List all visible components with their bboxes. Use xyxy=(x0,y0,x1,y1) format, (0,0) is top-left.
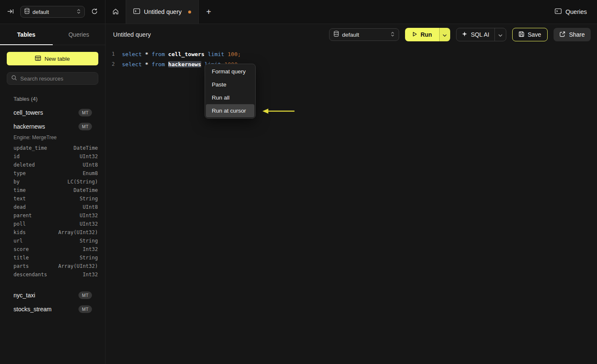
home-button[interactable] xyxy=(105,0,126,24)
sidebar-content: New table Tables (4) cell_towers MT hack… xyxy=(0,45,105,323)
code-token xyxy=(201,61,205,67)
context-menu-item[interactable]: Run all xyxy=(206,91,254,104)
context-menu-item[interactable]: Run at cursor xyxy=(206,104,254,117)
column-type: UInt32 xyxy=(80,154,98,159)
column-type: UInt32 xyxy=(80,213,98,218)
tables-section-label: Tables (4) xyxy=(7,96,98,102)
column-row: parent UInt32 xyxy=(7,211,98,220)
search-icon xyxy=(11,75,17,82)
sidebar-tab-queries[interactable]: Queries xyxy=(53,24,105,45)
column-name: kids xyxy=(14,229,26,235)
main-header: Untitled query default xyxy=(105,24,597,45)
search-input[interactable] xyxy=(20,75,95,82)
context-menu-item[interactable]: Paste xyxy=(206,78,254,91)
table-row-cell-towers[interactable]: cell_towers MT xyxy=(7,105,98,119)
column-name: dead xyxy=(14,204,26,210)
sql-ai-label: SQL AI xyxy=(471,31,489,38)
code-token: hackernews xyxy=(168,61,201,67)
topbar: default Untitled query xyxy=(0,0,597,24)
code-token xyxy=(205,51,208,57)
sql-editor[interactable]: 1 select * from cell_towers limit 100; 2… xyxy=(105,45,597,364)
share-button-label: Share xyxy=(569,31,585,38)
code-token xyxy=(165,51,168,57)
sql-ai-options-button[interactable] xyxy=(494,28,506,41)
editor-line-1: 1 select * from cell_towers limit 100; xyxy=(105,49,597,59)
new-tab-button[interactable]: + xyxy=(199,0,218,24)
database-icon xyxy=(334,31,339,38)
column-name: parts xyxy=(14,263,29,269)
column-name: url xyxy=(14,238,23,244)
column-type: Int32 xyxy=(83,246,98,252)
line-number: 1 xyxy=(105,51,115,57)
chevron-updown-icon xyxy=(77,8,81,16)
column-row: title String xyxy=(7,253,98,262)
save-button[interactable]: Save xyxy=(512,28,548,41)
run-button[interactable]: Run xyxy=(405,28,439,41)
column-name: title xyxy=(14,255,29,261)
code-token: limit xyxy=(208,51,224,57)
sidebar-collapse-icon xyxy=(7,8,14,16)
database-icon xyxy=(24,8,30,16)
query-database-select[interactable]: default xyxy=(329,28,399,41)
code-token: cell_towers xyxy=(168,51,205,57)
topbar-left: default xyxy=(0,0,105,24)
table-name: nyc_taxi xyxy=(14,292,35,299)
column-type: Array(UInt32) xyxy=(58,229,98,235)
engine-badge: MT xyxy=(78,123,92,130)
query-database-value: default xyxy=(342,32,387,38)
column-type: String xyxy=(80,255,98,261)
main-area: Untitled query default xyxy=(105,24,597,364)
column-type: Int32 xyxy=(83,272,98,278)
column-name: descendants xyxy=(14,272,47,278)
table-row-stocks-stream[interactable]: stocks_stream MT xyxy=(7,302,98,316)
column-row: kids Array(UInt32) xyxy=(7,228,98,237)
column-name: by xyxy=(14,179,19,185)
table-row-nyc-taxi[interactable]: nyc_taxi MT xyxy=(7,288,98,302)
run-options-button[interactable] xyxy=(439,28,450,41)
column-row: deleted UInt8 xyxy=(7,161,98,169)
tab-untitled-query[interactable]: Untitled query xyxy=(126,0,199,24)
new-table-label: New table xyxy=(44,56,70,62)
column-list: update_time DateTime id UInt32 deleted U… xyxy=(7,144,98,282)
engine-badge: MT xyxy=(78,305,92,313)
column-name: update_time xyxy=(14,145,47,151)
column-row: update_time DateTime xyxy=(7,144,98,152)
table-grid-icon xyxy=(35,56,41,62)
column-name: score xyxy=(14,246,29,252)
sidebar-tabs: Tables Queries xyxy=(0,24,105,45)
column-row: by LC(String) xyxy=(7,178,98,186)
code-token: * xyxy=(145,61,149,67)
column-type: Array(UInt32) xyxy=(58,263,98,269)
sidebar-tab-tables[interactable]: Tables xyxy=(0,24,53,45)
share-button[interactable]: Share xyxy=(554,28,591,41)
code-token: 100 xyxy=(227,51,237,57)
table-row-hackernews[interactable]: hackernews MT xyxy=(7,119,98,133)
column-name: deleted xyxy=(14,162,35,168)
queries-button[interactable]: Queries xyxy=(555,8,587,15)
chevron-down-icon xyxy=(498,32,502,38)
queries-button-label: Queries xyxy=(565,8,587,15)
code-token: select xyxy=(122,51,142,57)
header-controls: default Run xyxy=(329,28,591,41)
engine-detail: Engine: MergeTree xyxy=(7,133,98,144)
refresh-icon xyxy=(91,8,98,16)
chevron-updown-icon xyxy=(391,31,394,38)
context-menu-item[interactable]: Format query xyxy=(206,65,254,78)
chevron-down-icon xyxy=(443,32,447,38)
refresh-button[interactable] xyxy=(89,6,100,17)
code-token: from xyxy=(151,51,165,57)
new-table-button[interactable]: New table xyxy=(7,52,98,65)
sql-ai-button[interactable]: SQL AI xyxy=(457,28,494,41)
column-row: time DateTime xyxy=(7,186,98,194)
sidebar-collapse-button[interactable] xyxy=(5,6,16,17)
sparkle-icon xyxy=(462,31,467,38)
app-root: default Untitled query xyxy=(0,0,597,364)
column-type: UInt32 xyxy=(80,221,98,227)
topbar-database-select[interactable]: default xyxy=(20,6,85,18)
code-token xyxy=(142,61,145,67)
column-row: text String xyxy=(7,194,98,203)
sql-ai-button-group: SQL AI xyxy=(456,28,506,41)
column-row: id UInt32 xyxy=(7,152,98,161)
table-name: cell_towers xyxy=(14,109,43,116)
table-name: hackernews xyxy=(14,123,45,130)
